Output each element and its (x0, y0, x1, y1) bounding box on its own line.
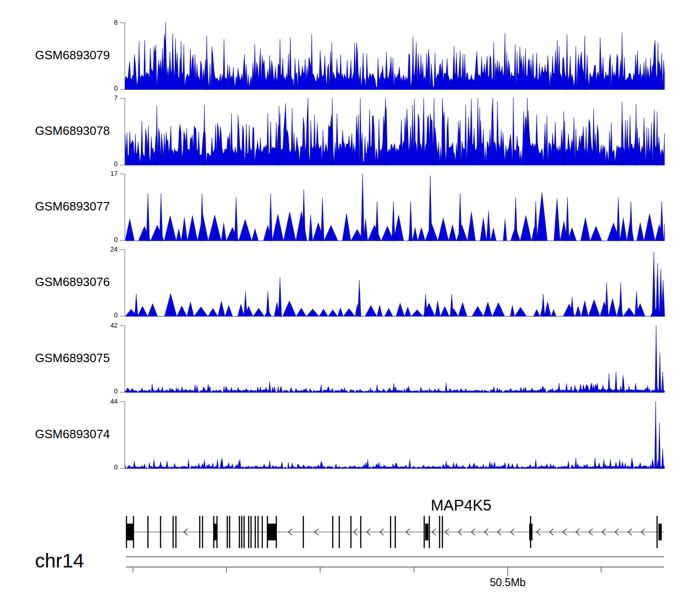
signal-area (125, 98, 665, 165)
axis-tick-label: 50.5Mb (461, 577, 554, 588)
track-label-gsm6893075: GSM6893075 (35, 352, 110, 364)
y-axis-min-label: 0 (71, 85, 118, 91)
gene-exon-line (248, 516, 250, 548)
track-label-gsm6893077: GSM6893077 (35, 200, 110, 212)
signal-group-GSM6893075 (125, 325, 665, 392)
y-axis-min-label: 0 (71, 236, 118, 243)
track-label-gsm6893076: GSM6893076 (35, 276, 110, 288)
gene-exon-line (267, 516, 268, 548)
gene-exon-line (360, 516, 362, 548)
gene-exon-line (339, 516, 340, 548)
gene-exon-line (390, 516, 392, 548)
gene-exon-line (147, 516, 149, 548)
gene-exon-line (262, 516, 263, 548)
gene-exon-line (332, 516, 334, 548)
gene-exon-line (239, 516, 240, 548)
gene-exon-line (303, 516, 304, 548)
track-label-gsm6893079: GSM6893079 (35, 49, 110, 61)
signal-group-GSM6893078 (125, 98, 665, 165)
gene-exon-line (395, 516, 396, 548)
y-axis-max-label: 24 (71, 246, 118, 252)
signal-area (125, 458, 665, 469)
y-axis-min-label: 0 (71, 388, 118, 394)
gene-exon-line (439, 516, 441, 548)
signal-group-GSM6893079 (125, 22, 665, 90)
y-axis-min-label: 0 (71, 312, 118, 318)
signal-peaks (194, 325, 664, 392)
gene-exon-line (175, 516, 177, 548)
signal-group-GSM6893074 (125, 401, 665, 469)
chromosome-label: chr14 (35, 551, 84, 571)
gene-exon-wide-box (126, 524, 133, 540)
gene-exon-box (529, 524, 532, 540)
y-axis-max-label: 8 (71, 19, 118, 26)
gene-exon-wide-box (268, 524, 276, 540)
y-axis-max-label: 44 (71, 398, 118, 405)
y-axis-min-label: 0 (71, 161, 118, 167)
signal-area (125, 378, 665, 392)
signal-area (125, 294, 665, 316)
signal-group-GSM6893076 (125, 252, 665, 316)
gene-exon-line (424, 516, 425, 548)
gene-exon-box (658, 524, 662, 540)
gene-exon-box (214, 524, 217, 540)
genome-browser-figure: GSM6893079 GSM6893078 GSM6893077 GSM6893… (0, 0, 700, 616)
y-axis-min-label: 0 (71, 464, 118, 470)
graphics-canvas (0, 0, 700, 616)
track-label-gsm6893078: GSM6893078 (35, 125, 110, 137)
signal-peaks (133, 401, 664, 469)
gene-exon-line (160, 516, 161, 548)
track-label-gsm6893074: GSM6893074 (35, 428, 110, 440)
gene-exon-line (202, 516, 203, 548)
gene-name-label: MAP4K5 (391, 497, 531, 513)
gene-exon-line (429, 516, 430, 548)
gene-exon-box (425, 524, 428, 540)
gene-exon-line (350, 516, 352, 548)
y-axis-max-label: 42 (71, 322, 118, 329)
gene-exon-line (241, 516, 243, 548)
gene-exon-line (173, 516, 174, 548)
y-axis-max-label: 17 (71, 170, 118, 177)
y-axis-max-label: 7 (71, 95, 118, 101)
gene-exon-line (227, 516, 228, 548)
gene-exon-line (657, 516, 658, 548)
gene-exon-line (213, 516, 215, 548)
gene-exon-line (244, 516, 245, 548)
gene-exon-line (442, 516, 443, 548)
gene-exon-line (229, 516, 231, 548)
signal-group-GSM6893077 (125, 174, 665, 241)
gene-exon-line (255, 516, 256, 548)
gene-exon-line (199, 516, 201, 548)
gene-exon-line (251, 516, 252, 548)
gene-exon-line (258, 516, 259, 548)
